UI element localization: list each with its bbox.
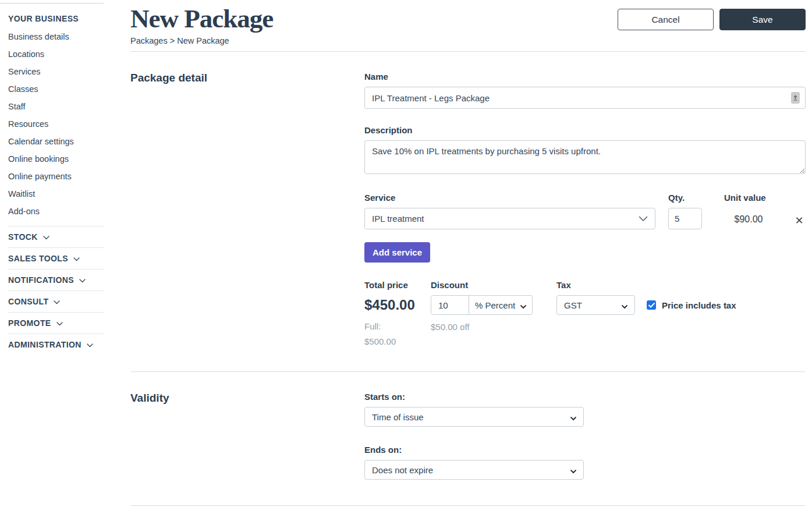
- unit-value: $90.00: [718, 214, 779, 225]
- tax-label: Tax: [556, 280, 806, 290]
- sidebar-item-label: Classes: [8, 84, 38, 94]
- sidebar-item-label: Add-ons: [8, 207, 40, 216]
- chevron-down-icon: [56, 318, 63, 328]
- sidebar-item-label: Staff: [8, 102, 26, 111]
- sidebar-item[interactable]: Locations: [8, 45, 104, 63]
- sidebar-group-label: CONSULT: [8, 297, 48, 306]
- sidebar-item[interactable]: Online bookings: [8, 150, 104, 168]
- breadcrumb: Packages > New Package: [130, 36, 273, 45]
- sidebar-group-toggle[interactable]: ADMINISTRATION: [8, 334, 104, 355]
- page-title: New Package: [130, 6, 273, 32]
- chevron-down-icon: [79, 275, 86, 285]
- name-input[interactable]: [364, 87, 806, 109]
- service-label: Service: [364, 193, 655, 203]
- sidebar-group-label: STOCK: [8, 232, 38, 242]
- chevron-down-icon: [520, 300, 526, 310]
- service-row: Service IPL treatment Qty. Unit value $9…: [364, 193, 806, 229]
- sidebar-item[interactable]: Calendar settings: [8, 133, 104, 150]
- remove-service-icon[interactable]: ✕: [793, 214, 806, 227]
- password-manager-autofill-icon[interactable]: [791, 92, 800, 104]
- sidebar-item[interactable]: Classes: [8, 80, 104, 98]
- sidebar-item-label: Online payments: [8, 172, 72, 181]
- total-price-label: Total price: [364, 280, 431, 290]
- discount-group: % Percent: [431, 295, 533, 315]
- sidebar-item-label: Business details: [8, 32, 69, 41]
- footer-divider: [130, 505, 806, 506]
- chevron-down-icon: [570, 465, 576, 475]
- full-price-value: $500.00: [364, 336, 431, 346]
- page-header: New Package Packages > New Package Cance…: [130, 0, 806, 52]
- sidebar-item[interactable]: Services: [8, 63, 104, 80]
- sidebar-item[interactable]: Resources: [8, 115, 104, 133]
- package-detail-heading: Package detail: [130, 72, 364, 84]
- add-service-button[interactable]: Add service: [364, 242, 430, 263]
- sidebar-nav: Business details Locations Services Clas…: [8, 28, 104, 220]
- sidebar-group-toggle[interactable]: STOCK: [8, 226, 104, 247]
- discount-off-text: $50.00 off: [431, 322, 556, 332]
- sidebar-item-label: Calendar settings: [8, 137, 74, 146]
- chevron-down-icon: [622, 300, 627, 310]
- discount-type-select[interactable]: % Percent: [469, 296, 532, 314]
- name-label: Name: [364, 72, 806, 81]
- discount-label: Discount: [431, 280, 556, 290]
- qty-input[interactable]: [668, 208, 702, 229]
- ends-on-select[interactable]: Does not expire: [364, 460, 584, 480]
- sidebar-group-label: SALES TOOLS: [8, 254, 68, 263]
- full-price-label: Full:: [364, 321, 431, 331]
- price-includes-tax-label: Price includes tax: [662, 300, 736, 310]
- sidebar-item[interactable]: Online payments: [8, 168, 104, 185]
- discount-amount-input[interactable]: [431, 296, 469, 314]
- sidebar-item[interactable]: Add-ons: [8, 203, 104, 220]
- package-detail-section: Package detail Name Description Save 10%…: [130, 52, 806, 346]
- chevron-down-icon: [43, 232, 49, 242]
- tax-select-value: GST: [564, 300, 582, 310]
- unit-value-label: Unit value: [718, 193, 779, 203]
- main-content: New Package Packages > New Package Cance…: [130, 0, 806, 521]
- sidebar-item-label: Waitlist: [8, 189, 35, 199]
- sidebar-collapsed-groups: STOCK SALES TOOLS NOTIFICATIONS: [8, 226, 104, 355]
- tax-select[interactable]: GST: [556, 295, 635, 315]
- starts-on-select[interactable]: Time of issue: [364, 407, 584, 427]
- total-price-value: $450.00: [364, 297, 431, 313]
- sidebar-item-label: Services: [8, 67, 41, 76]
- price-row: Total price $450.00 Full: $500.00 Discou…: [364, 280, 806, 346]
- sidebar-group-toggle[interactable]: CONSULT: [8, 290, 104, 312]
- description-textarea[interactable]: Save 10% on IPL treatments by purchasing…: [364, 140, 806, 174]
- checkbox-checked-icon[interactable]: [647, 300, 656, 310]
- sidebar-group-label: PROMOTE: [8, 318, 51, 328]
- ends-on-value: Does not expire: [372, 465, 433, 475]
- chevron-down-icon: [54, 297, 60, 306]
- breadcrumb-separator: >: [170, 36, 175, 45]
- validity-heading: Validity: [130, 392, 364, 405]
- sidebar-group-toggle[interactable]: PROMOTE: [8, 312, 104, 334]
- ends-on-label: Ends on:: [364, 445, 806, 455]
- sidebar-item-label: Online bookings: [8, 154, 69, 164]
- qty-label: Qty.: [668, 193, 702, 203]
- sidebar-item-label: Resources: [8, 119, 48, 129]
- sidebar-group-label: ADMINISTRATION: [8, 340, 81, 349]
- sidebar-group-toggle[interactable]: NOTIFICATIONS: [8, 269, 104, 290]
- discount-type-value: % Percent: [475, 300, 515, 310]
- sidebar-section-header: YOUR BUSINESS: [8, 10, 104, 28]
- service-select[interactable]: IPL treatment: [364, 208, 655, 229]
- sidebar-item-label: Locations: [8, 49, 44, 59]
- sidebar-item[interactable]: Business details: [8, 28, 104, 45]
- chevron-down-icon: [73, 254, 80, 263]
- sidebar-item[interactable]: Staff: [8, 98, 104, 115]
- cancel-button[interactable]: Cancel: [618, 9, 714, 30]
- sidebar-item[interactable]: Waitlist: [8, 185, 104, 203]
- breadcrumb-current: New Package: [177, 36, 229, 45]
- chevron-down-icon: [87, 340, 93, 349]
- sidebar-group-toggle[interactable]: SALES TOOLS: [8, 247, 104, 269]
- chevron-down-icon: [639, 214, 648, 224]
- validity-section: Validity Starts on: Time of issue Ends o…: [130, 372, 806, 480]
- breadcrumb-link-packages[interactable]: Packages: [130, 36, 168, 45]
- save-button[interactable]: Save: [719, 9, 806, 30]
- description-label: Description: [364, 125, 806, 135]
- price-includes-tax-checkbox-row[interactable]: Price includes tax: [647, 300, 736, 310]
- chevron-down-icon: [570, 412, 576, 422]
- sidebar-group-label: NOTIFICATIONS: [8, 275, 74, 285]
- starts-on-label: Starts on:: [364, 392, 806, 402]
- sidebar: YOUR BUSINESS Business details Locations…: [0, 0, 104, 355]
- service-select-value: IPL treatment: [372, 214, 424, 224]
